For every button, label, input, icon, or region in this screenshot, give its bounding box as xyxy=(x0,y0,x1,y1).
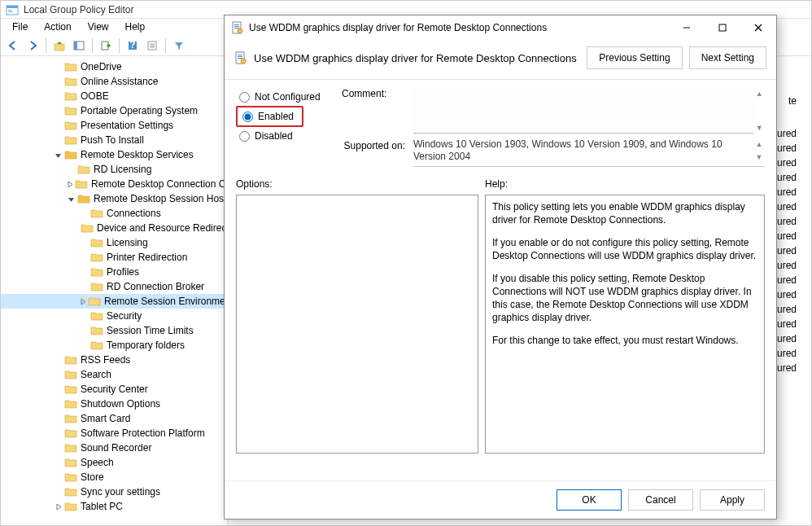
folder-icon xyxy=(64,105,77,116)
tree-item-label: Smart Card xyxy=(81,413,130,424)
no-expand-icon xyxy=(53,355,63,365)
menu-action[interactable]: Action xyxy=(36,20,79,34)
tree-item[interactable]: RSS Feeds xyxy=(1,353,228,367)
scroll-up-icon[interactable]: ▲ xyxy=(756,140,763,148)
tree-item[interactable]: OOBE xyxy=(1,89,228,103)
tree-item[interactable]: Licensing xyxy=(1,235,228,250)
tree-pane[interactable]: OneDriveOnline AssistanceOOBEPortable Op… xyxy=(1,56,229,526)
menu-view[interactable]: View xyxy=(80,20,117,34)
ok-button[interactable]: OK xyxy=(557,489,622,511)
tree-item-label: Remote Desktop Services xyxy=(81,149,194,160)
menu-file[interactable]: File xyxy=(4,20,36,34)
no-expand-icon xyxy=(53,135,63,145)
tree-item-label: Presentation Settings xyxy=(81,120,173,131)
expand-icon[interactable] xyxy=(53,502,63,511)
folder-icon xyxy=(90,340,103,351)
folder-icon xyxy=(77,193,90,204)
dialog-titlebar[interactable]: Use WDDM graphics display driver for Rem… xyxy=(225,15,776,40)
up-button[interactable] xyxy=(50,37,68,55)
help-panel[interactable]: This policy setting lets you enable WDDM… xyxy=(485,195,765,454)
folder-icon xyxy=(64,486,77,498)
main-title: Local Group Policy Editor xyxy=(24,4,133,15)
minimize-button[interactable] xyxy=(669,16,705,39)
tree-item[interactable]: Speech xyxy=(1,455,228,470)
back-button[interactable] xyxy=(4,37,22,55)
tree-item[interactable]: Temporary folders xyxy=(1,338,228,353)
tree-item[interactable]: Remote Desktop Connection Client xyxy=(1,177,228,191)
filter-button[interactable] xyxy=(170,37,188,55)
properties-button[interactable] xyxy=(143,37,161,55)
radio-not-configured[interactable]: Not Configured xyxy=(236,88,334,106)
comment-textarea[interactable] xyxy=(413,88,753,134)
tree-item[interactable]: Remote Desktop Services xyxy=(1,147,228,162)
radio-disabled-input[interactable] xyxy=(239,131,250,142)
tree-item[interactable]: Remote Desktop Session Host xyxy=(1,191,228,206)
tree-item-label: Portable Operating System xyxy=(81,105,198,116)
collapse-icon[interactable] xyxy=(66,194,76,204)
tree-item-label: Licensing xyxy=(107,237,148,248)
tree-item[interactable]: Tablet PC xyxy=(1,499,228,514)
scroll-down-icon[interactable]: ▼ xyxy=(756,153,763,161)
tree-item[interactable]: Sync your settings xyxy=(1,484,228,499)
tree-item[interactable]: Software Protection Platform xyxy=(1,426,228,441)
tree-item[interactable]: Profiles xyxy=(1,265,228,279)
tree-item-label: Device and Resource Redirection xyxy=(97,222,229,234)
svg-rect-25 xyxy=(238,56,242,57)
scroll-down-icon[interactable]: ▼ xyxy=(756,124,763,132)
folder-icon xyxy=(64,120,77,131)
next-setting-button[interactable]: Next Setting xyxy=(689,46,766,69)
tree-item[interactable]: Device and Resource Redirection xyxy=(1,221,228,235)
svg-rect-26 xyxy=(238,58,242,59)
tree-item[interactable]: Session Time Limits xyxy=(1,323,228,338)
menu-help[interactable]: Help xyxy=(117,20,154,34)
tree-item[interactable]: Smart Card xyxy=(1,411,228,426)
tree-item[interactable]: OneDrive xyxy=(1,59,228,74)
collapse-icon[interactable] xyxy=(53,150,63,160)
no-expand-icon xyxy=(53,121,63,130)
tree-item[interactable]: Connections xyxy=(1,206,228,221)
previous-setting-button[interactable]: Previous Setting xyxy=(587,46,682,69)
tree-item[interactable]: Push To Install xyxy=(1,133,228,147)
tree-item[interactable]: Store xyxy=(1,470,228,484)
tree-item[interactable]: Security Center xyxy=(1,382,228,397)
export-button[interactable] xyxy=(97,37,115,55)
tree-item[interactable]: Presentation Settings xyxy=(1,118,228,133)
tree-item[interactable]: Printer Redirection xyxy=(1,250,228,265)
radio-not-configured-input[interactable] xyxy=(239,92,250,103)
tree-item[interactable]: Shutdown Options xyxy=(1,397,228,411)
expand-icon[interactable] xyxy=(66,179,73,189)
svg-rect-20 xyxy=(719,24,726,31)
folder-icon xyxy=(64,384,77,395)
apply-button[interactable]: Apply xyxy=(700,489,765,511)
help-button[interactable]: ? xyxy=(124,37,142,55)
radio-disabled[interactable]: Disabled xyxy=(236,127,334,145)
tree-item[interactable]: Remote Session Environment xyxy=(1,294,228,309)
tree-item-label: Shutdown Options xyxy=(81,398,160,410)
tree-item[interactable]: Portable Operating System xyxy=(1,103,228,118)
forward-button[interactable] xyxy=(24,37,41,55)
close-button[interactable] xyxy=(740,16,776,39)
tree-item[interactable]: Sound Recorder xyxy=(1,441,228,455)
tree-item-label: RSS Feeds xyxy=(81,354,130,366)
scroll-up-icon[interactable]: ▲ xyxy=(756,90,763,98)
maximize-button[interactable] xyxy=(705,16,740,39)
tree-item[interactable]: RD Licensing xyxy=(1,162,228,177)
no-expand-icon xyxy=(53,106,63,116)
tree-item[interactable]: Online Assistance xyxy=(1,74,228,89)
tree-item[interactable]: Search xyxy=(1,367,228,382)
tree-item[interactable]: Security xyxy=(1,309,228,323)
expand-icon[interactable] xyxy=(79,296,86,306)
toolbar-separator xyxy=(46,38,46,53)
radio-enabled-input[interactable] xyxy=(242,112,253,122)
policy-icon xyxy=(234,51,247,64)
folder-icon xyxy=(90,281,103,292)
options-panel[interactable] xyxy=(236,195,478,454)
cancel-button[interactable]: Cancel xyxy=(628,489,693,511)
folder-icon xyxy=(64,354,77,366)
radio-enabled[interactable]: Enabled xyxy=(239,109,297,124)
folder-icon xyxy=(90,237,103,248)
show-hide-tree-button[interactable] xyxy=(70,37,88,55)
toolbar-separator xyxy=(92,38,93,53)
tree-item[interactable]: RD Connection Broker xyxy=(1,279,228,294)
svg-text:?: ? xyxy=(129,40,135,50)
